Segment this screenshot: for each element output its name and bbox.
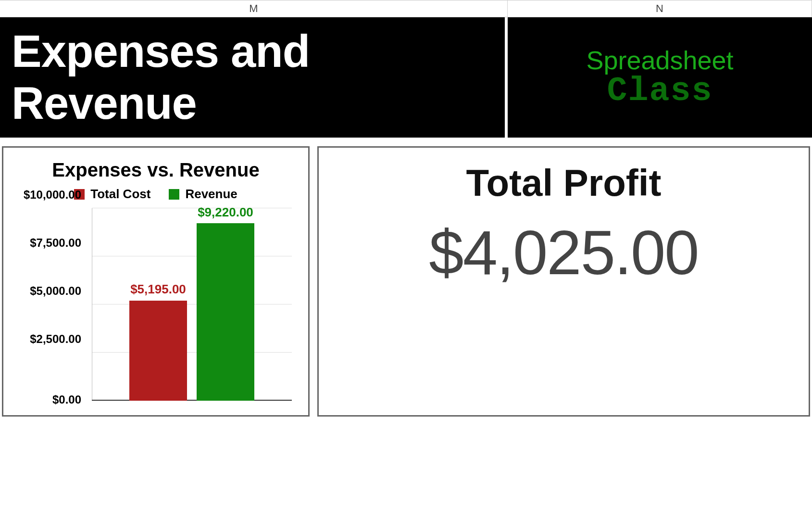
bars: $5,195.00 $9,220.00 bbox=[92, 208, 292, 401]
title-cell: Expenses and Revenue bbox=[0, 17, 508, 138]
y-tick-0: $0.00 bbox=[52, 393, 81, 406]
legend-label-total-cost: Total Cost bbox=[90, 187, 150, 202]
legend-item-total-cost: Total Cost bbox=[74, 187, 150, 202]
chart-title: Expenses vs. Revenue bbox=[3, 159, 308, 181]
bar-total-cost: $5,195.00 bbox=[129, 208, 187, 401]
y-tick-2: $5,000.00 bbox=[30, 284, 81, 298]
y-tick-3: $7,500.00 bbox=[30, 236, 81, 250]
logo-cell: Spreadsheet Class bbox=[508, 17, 812, 138]
column-header-n[interactable]: N bbox=[508, 0, 812, 17]
bar-rect-total-cost bbox=[129, 301, 187, 401]
chart-plot: $0.00 $2,500.00 $5,000.00 $7,500.00 $10,… bbox=[15, 208, 297, 401]
y-axis: $0.00 $2,500.00 $5,000.00 $7,500.00 $10,… bbox=[15, 208, 87, 401]
y-tick-4: $10,000.00 bbox=[24, 188, 81, 202]
profit-value: $4,025.00 bbox=[334, 216, 793, 289]
y-tick-1: $2,500.00 bbox=[30, 332, 81, 346]
bar-revenue: $9,220.00 bbox=[197, 208, 254, 401]
legend-item-revenue: Revenue bbox=[169, 187, 237, 202]
bar-label-revenue: $9,220.00 bbox=[187, 205, 264, 220]
profit-card: Total Profit $4,025.00 bbox=[317, 146, 810, 417]
bar-label-total-cost: $5,195.00 bbox=[120, 282, 197, 297]
bar-rect-revenue bbox=[197, 223, 254, 401]
dashboard-row: Expenses vs. Revenue Total Cost Revenue … bbox=[0, 146, 812, 417]
chart-card: Expenses vs. Revenue Total Cost Revenue … bbox=[2, 146, 310, 417]
logo-line2: Class bbox=[607, 72, 712, 110]
legend-swatch-revenue bbox=[169, 189, 179, 200]
legend-label-revenue: Revenue bbox=[185, 187, 237, 202]
logo-line1: Spreadsheet bbox=[586, 45, 733, 75]
column-headers: M N bbox=[0, 0, 812, 17]
column-header-m[interactable]: M bbox=[0, 0, 508, 17]
title-row: Expenses and Revenue Spreadsheet Class bbox=[0, 17, 812, 138]
profit-title: Total Profit bbox=[334, 161, 793, 205]
spacer bbox=[0, 138, 812, 146]
page-title: Expenses and Revenue bbox=[12, 25, 505, 129]
